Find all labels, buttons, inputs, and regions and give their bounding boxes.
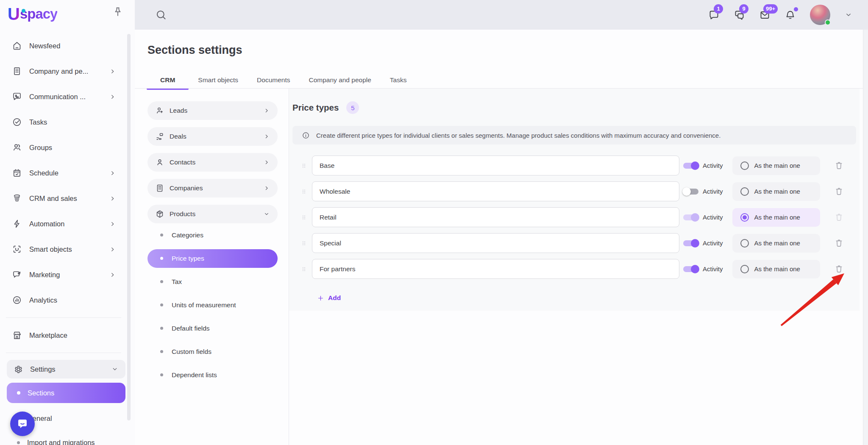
- drag-handle-icon[interactable]: [301, 161, 307, 170]
- logo-wordmark: spacy: [20, 6, 58, 22]
- sidebar-item-analytics[interactable]: Analytics: [0, 287, 127, 313]
- sidebar-item-communication[interactable]: Communication ...: [0, 84, 127, 109]
- crm-subnav-units-of-measurement[interactable]: Units of measurement: [147, 293, 278, 317]
- trash-icon[interactable]: [834, 186, 844, 196]
- package-box-icon: [155, 209, 164, 219]
- user-menu-chevron-down-icon[interactable]: [844, 11, 853, 19]
- crm-nav-companies[interactable]: Companies: [147, 179, 278, 197]
- chevron-right-icon: [109, 195, 116, 202]
- page-scrollbar[interactable]: [863, 30, 868, 445]
- add-price-type-button[interactable]: Add: [317, 294, 341, 302]
- price-type-input-special[interactable]: [312, 233, 679, 253]
- crm-subnav-price-types[interactable]: Price types: [147, 247, 278, 270]
- sidebar-divider: [6, 353, 121, 353]
- sidebar-item-settings[interactable]: Settings: [7, 360, 125, 378]
- sidebar-item-automation[interactable]: Automation: [0, 211, 127, 236]
- as-main-one-option[interactable]: As the main one: [732, 182, 820, 201]
- chevron-right-icon: [109, 68, 116, 75]
- crm-subnav-default-fields[interactable]: Default fields: [147, 317, 278, 340]
- sidebar-item-crm-and-sales[interactable]: CRM and sales: [0, 186, 127, 211]
- chat-icon[interactable]: 1: [708, 9, 720, 21]
- trash-icon[interactable]: [834, 161, 844, 170]
- comm-icon: [12, 92, 22, 102]
- crm-nav-products[interactable]: Products: [147, 205, 278, 223]
- sidebar-item-marketing[interactable]: Marketing: [0, 262, 127, 287]
- activity-toggle[interactable]: [683, 214, 698, 220]
- chevron-right-icon: [263, 185, 270, 192]
- activity-toggle[interactable]: [683, 240, 698, 246]
- crm-nav-leads[interactable]: Leads: [147, 101, 278, 120]
- crm-nav-deals[interactable]: Deals: [147, 127, 278, 146]
- header-actions: 1 9 99+: [708, 0, 853, 30]
- bullet-dot: [160, 280, 163, 283]
- drag-handle-icon[interactable]: [301, 187, 307, 196]
- as-main-one-label: As the main one: [754, 265, 800, 273]
- price-type-input-wholesale[interactable]: [312, 181, 679, 201]
- drag-handle-icon[interactable]: [301, 213, 307, 222]
- mail-icon-button[interactable]: 99+: [759, 9, 771, 21]
- crm-subnav-custom-fields[interactable]: Custom fields: [147, 340, 278, 363]
- price-type-input-for-partners[interactable]: [312, 259, 679, 279]
- sidebar-item-marketplace[interactable]: Marketplace: [0, 323, 127, 348]
- tab-tasks[interactable]: Tasks: [381, 72, 416, 88]
- sidebar-subitem-sections[interactable]: Sections: [7, 383, 125, 403]
- sidebar-item-schedule[interactable]: Schedule: [0, 160, 127, 186]
- trash-icon: [834, 212, 844, 222]
- sidebar-item-company-and-pe[interactable]: Company and pe...: [0, 58, 127, 84]
- sidebar-divider: [6, 317, 121, 318]
- as-main-one-option[interactable]: As the main one: [732, 234, 820, 253]
- crm-nav-contacts[interactable]: Contacts: [147, 153, 278, 172]
- bullet-dot: [160, 350, 163, 353]
- sidebar-scrollbar-thumb[interactable]: [127, 34, 131, 420]
- price-type-row: Activity As the main one: [292, 181, 860, 201]
- drag-handle-icon[interactable]: [301, 239, 307, 248]
- activity-label: Activity: [703, 265, 723, 273]
- search-icon[interactable]: [155, 9, 167, 21]
- sidebar-item-groups[interactable]: Groups: [0, 135, 127, 160]
- radio-button: [740, 239, 749, 248]
- storefront-icon: [12, 330, 22, 340]
- crm-subnav-tax[interactable]: Tax: [147, 270, 278, 293]
- tab-smart-objects[interactable]: Smart objects: [189, 72, 248, 88]
- crm-subnav-categories[interactable]: Categories: [147, 223, 278, 247]
- pin-sidebar-icon[interactable]: [112, 6, 124, 18]
- drag-handle-icon[interactable]: [301, 264, 307, 274]
- sidebar-item-newsfeed[interactable]: Newsfeed: [0, 33, 127, 58]
- support-chat-button[interactable]: [10, 412, 35, 436]
- activity-toggle[interactable]: [683, 266, 698, 272]
- chat-badge: 1: [714, 4, 723, 14]
- as-main-one-option[interactable]: As the main one: [732, 260, 820, 278]
- group-chat-icon[interactable]: 9: [734, 9, 745, 21]
- crm-sections-nav: Leads Deals Contacts Companies Products …: [135, 89, 289, 445]
- tab-documents[interactable]: Documents: [248, 72, 299, 88]
- chevron-right-icon: [263, 159, 270, 166]
- as-main-one-option[interactable]: As the main one: [732, 156, 820, 175]
- crm-subnav-dependent-lists[interactable]: Dependent lists: [147, 363, 278, 387]
- as-main-one-label: As the main one: [754, 188, 800, 195]
- user-avatar[interactable]: [810, 5, 830, 25]
- logo-u: U: [8, 5, 19, 24]
- marketing-icon: [12, 270, 22, 280]
- activity-toggle[interactable]: [683, 189, 698, 195]
- building-icon: [12, 66, 22, 76]
- sidebar-item-smart-objects[interactable]: Smart objects: [0, 236, 127, 262]
- chevron-right-icon: [109, 170, 116, 177]
- sidebar-item-tasks[interactable]: Tasks: [0, 109, 127, 135]
- notifications-bell-button[interactable]: [785, 9, 796, 21]
- bullet-dot: [17, 391, 20, 395]
- tab-crm[interactable]: CRM: [147, 72, 189, 88]
- radio-button: [740, 213, 749, 222]
- uspacy-logo[interactable]: U spacy: [8, 5, 57, 23]
- price-type-input-retail[interactable]: [312, 207, 679, 227]
- tab-company-and-people[interactable]: Company and people: [299, 72, 380, 88]
- bullet-dot: [160, 303, 163, 306]
- trash-icon[interactable]: [834, 264, 844, 274]
- activity-label: Activity: [703, 188, 723, 195]
- sidebar-nav: Newsfeed Company and pe... Communication…: [0, 33, 127, 445]
- trash-icon[interactable]: [834, 238, 844, 248]
- as-main-one-label: As the main one: [754, 162, 800, 169]
- online-status-dot: [825, 19, 831, 25]
- price-type-input-base[interactable]: [312, 156, 679, 175]
- as-main-one-option[interactable]: As the main one: [732, 208, 820, 227]
- activity-toggle[interactable]: [683, 163, 698, 169]
